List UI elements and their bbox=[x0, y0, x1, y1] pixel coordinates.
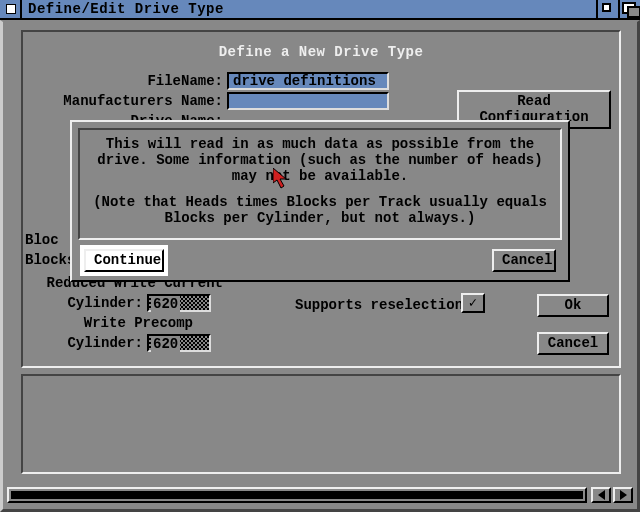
close-gadget[interactable] bbox=[0, 0, 22, 19]
wp-cyl-row: Cylinder: 620 bbox=[23, 334, 619, 352]
titlebar: Define/Edit Drive Type bbox=[0, 0, 640, 20]
scroll-left-button[interactable] bbox=[591, 487, 611, 503]
label-partial-bloc: Bloc bbox=[25, 232, 59, 248]
filename-field[interactable]: drive definitions bbox=[227, 72, 389, 90]
wp-cyl-field[interactable]: 620 bbox=[147, 334, 211, 352]
wp-cyl-label: Cylinder: bbox=[23, 335, 147, 351]
panel-title: Define a New Drive Type bbox=[23, 44, 619, 60]
scrollbar-track[interactable] bbox=[7, 487, 587, 503]
arrow-right-icon bbox=[620, 490, 627, 500]
filename-label: FileName: bbox=[23, 73, 227, 89]
supports-checkbox[interactable]: ✓ bbox=[461, 293, 485, 313]
scroll-right-button[interactable] bbox=[613, 487, 633, 503]
label-partial-blocks: Blocks bbox=[25, 252, 75, 268]
rwc-cyl-label: Cylinder: bbox=[23, 295, 147, 311]
mfr-field[interactable] bbox=[227, 92, 389, 110]
read-config-dialog: This will read in as much data as possib… bbox=[70, 120, 570, 282]
ok-button[interactable]: Ok bbox=[537, 294, 609, 317]
dialog-body: This will read in as much data as possib… bbox=[78, 128, 562, 240]
dialog-cancel-button[interactable]: Cancel bbox=[492, 249, 556, 272]
mfr-label: Manufacturers Name: bbox=[23, 93, 227, 109]
horizontal-scrollbar bbox=[3, 487, 637, 503]
cancel-button[interactable]: Cancel bbox=[537, 332, 609, 355]
rwc-cyl-field[interactable]: 620 bbox=[147, 294, 211, 312]
wp-label: Write Precomp bbox=[23, 315, 197, 331]
supports-label: Supports reselection bbox=[295, 297, 463, 313]
dialog-message-2: (Note that Heads times Blocks per Track … bbox=[90, 194, 550, 226]
depth-gadget[interactable] bbox=[618, 0, 640, 19]
zoom-gadget[interactable] bbox=[596, 0, 618, 19]
wp-row: Write Precomp bbox=[23, 314, 619, 332]
window-title: Define/Edit Drive Type bbox=[22, 1, 596, 17]
arrow-left-icon bbox=[598, 490, 605, 500]
filename-row: FileName: drive definitions bbox=[23, 72, 619, 90]
continue-button[interactable]: Continue bbox=[84, 249, 164, 272]
drive-list bbox=[21, 374, 621, 474]
dialog-message-1: This will read in as much data as possib… bbox=[90, 136, 550, 184]
scrollbar-thumb[interactable] bbox=[11, 491, 583, 499]
